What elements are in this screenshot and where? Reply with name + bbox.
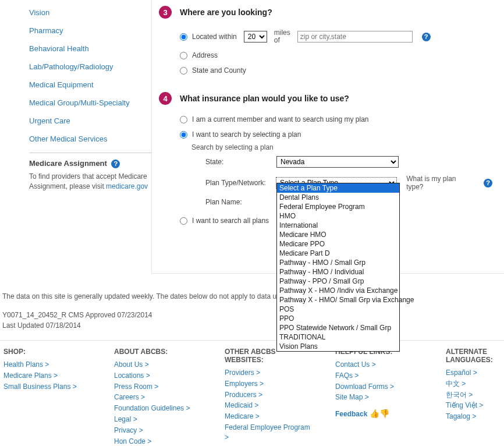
plan-type-option[interactable]: PPO bbox=[277, 314, 399, 323]
footer-link[interactable]: Privacy > bbox=[114, 425, 201, 436]
footer-col-lang: ALTERNATE LANGUAGES: Español >中文 >한국어 >T… bbox=[446, 348, 504, 446]
footer-link[interactable]: Health Plans > bbox=[3, 359, 91, 370]
footer-link[interactable]: Download Forms > bbox=[335, 381, 423, 392]
footer-col-about: ABOUT ABCBS: About Us >Locations >Press … bbox=[114, 348, 201, 446]
footer-link[interactable]: Locations > bbox=[114, 370, 201, 381]
footer-col-other: OTHER ABCBS WEBSITES: Providers >Employe… bbox=[225, 348, 312, 446]
plan-type-option[interactable]: International bbox=[277, 221, 399, 230]
footer-heading: SHOP: bbox=[3, 348, 91, 356]
sidebar-link[interactable]: Pharmacy bbox=[29, 22, 151, 40]
feedback-link[interactable]: Feedback 👍👎 bbox=[335, 408, 423, 420]
footer-link[interactable]: Hon Code > bbox=[114, 436, 201, 446]
state-select[interactable]: Nevada bbox=[276, 156, 399, 168]
plan-type-option[interactable]: Select a Plan Type bbox=[277, 183, 399, 193]
footer-link[interactable]: Medicaid > bbox=[225, 400, 312, 411]
radio-state-county[interactable] bbox=[180, 67, 187, 75]
sidebar-link[interactable]: Behavioral Health bbox=[29, 40, 151, 58]
label-search-all: I want to search all plans bbox=[192, 217, 269, 225]
plan-type-option[interactable]: HMO bbox=[277, 211, 399, 221]
footer-link[interactable]: Contact Us > bbox=[335, 359, 423, 370]
plan-type-option[interactable]: Pathway - HMO / Individual bbox=[277, 267, 399, 277]
footer-link[interactable]: Foundation Guidelines > bbox=[114, 403, 201, 414]
plan-type-option[interactable]: Vision Plans bbox=[277, 342, 399, 351]
disclaimer: The data on this site is generally updat… bbox=[0, 274, 504, 334]
plan-type-option[interactable]: POS bbox=[277, 305, 399, 314]
footer-link[interactable]: Providers > bbox=[225, 367, 312, 378]
footer-link[interactable]: Press Room > bbox=[114, 381, 201, 392]
footer-link[interactable]: Español > bbox=[446, 367, 504, 378]
label-plan-name: Plan Name: bbox=[205, 198, 269, 206]
footer-link[interactable]: Site Map > bbox=[335, 392, 423, 403]
plan-type-option[interactable]: Medicare PPO bbox=[277, 239, 399, 249]
zip-input[interactable] bbox=[297, 31, 413, 43]
help-icon[interactable]: ? bbox=[484, 179, 492, 187]
footer-link[interactable]: 中文 > bbox=[446, 378, 504, 390]
medicare-assignment-text: To find providers that accept Medicare A… bbox=[29, 172, 151, 190]
plan-type-option[interactable]: Medicare HMO bbox=[277, 230, 399, 239]
thumbs-down-icon: 👎 bbox=[379, 408, 389, 420]
label-address: Address bbox=[192, 51, 218, 59]
footer-link[interactable]: About Us > bbox=[114, 359, 201, 370]
footer-link[interactable]: 한국어 > bbox=[446, 390, 504, 401]
distance-select[interactable]: 20 bbox=[244, 31, 267, 43]
footer-link[interactable]: Tiếng Việt > bbox=[446, 400, 504, 411]
feedback-label: Feedback bbox=[335, 410, 367, 418]
sidebar-link[interactable]: Other Medical Services bbox=[29, 130, 151, 148]
sidebar-link[interactable]: Lab/Pathology/Radiology bbox=[29, 58, 151, 76]
label-plan-help: What is my plan type? bbox=[406, 175, 474, 191]
footer-heading: ABOUT ABCBS: bbox=[114, 348, 201, 356]
sidebar-link[interactable]: Medical Group/Multi-Specialty bbox=[29, 94, 151, 112]
radio-search-all[interactable] bbox=[180, 217, 187, 225]
label-located-within: Located within bbox=[192, 33, 237, 41]
sidebar-link[interactable]: Medical Equipment bbox=[29, 76, 151, 94]
plan-type-option[interactable]: Pathway - PPO / Small Grp bbox=[277, 277, 399, 286]
footer-link[interactable]: Medicare Plans > bbox=[3, 370, 91, 381]
radio-located-within[interactable] bbox=[180, 33, 187, 41]
plan-type-option[interactable]: Federal Employee Program bbox=[277, 202, 399, 211]
footer-heading: ALTERNATE LANGUAGES: bbox=[446, 348, 504, 364]
sidebar-link[interactable]: Vision bbox=[29, 3, 151, 22]
medicare-assignment-title: Medicare Assignment bbox=[29, 159, 107, 168]
footer-link[interactable]: Producers > bbox=[225, 390, 312, 401]
plan-type-option[interactable]: PPO Statewide Network / Small Grp bbox=[277, 323, 399, 332]
step-3-badge: 3 bbox=[159, 6, 172, 19]
divider bbox=[29, 153, 151, 153]
footer-link[interactable]: Employers > bbox=[225, 378, 312, 390]
main-form: 3 Where are you looking? Located within … bbox=[151, 0, 504, 274]
help-icon[interactable]: ? bbox=[422, 33, 431, 41]
footer-link[interactable]: Legal > bbox=[114, 414, 201, 425]
radio-select-plan[interactable] bbox=[180, 131, 187, 139]
sidebar: VisionPharmacyBehavioral HealthLab/Patho… bbox=[0, 0, 151, 191]
footer-col-help: HELPFUL LINKS: Contact Us >FAQs >Downloa… bbox=[335, 348, 423, 446]
plan-type-option[interactable]: Pathway X - HMO /Indiv via Exchange bbox=[277, 286, 399, 295]
label-state-county: State and County bbox=[192, 66, 246, 75]
radio-current-member[interactable] bbox=[180, 116, 187, 123]
footer-col-shop: SHOP: Health Plans >Medicare Plans >Smal… bbox=[3, 348, 91, 446]
radio-address[interactable] bbox=[180, 52, 187, 59]
medicare-gov-link[interactable]: medicare.gov bbox=[106, 182, 148, 190]
label-select-plan: I want to search by selecting a plan bbox=[192, 130, 301, 139]
plan-type-dropdown[interactable]: Select a Plan TypeDental PlansFederal Em… bbox=[276, 183, 400, 352]
plan-type-option[interactable]: Medicare Part D bbox=[277, 249, 399, 258]
footer-link[interactable]: Medicare > bbox=[225, 411, 312, 422]
disclaimer-line: Y0071_14_20452_R CMS Approved 07/23/2014 bbox=[2, 310, 504, 320]
footer-link[interactable]: Careers > bbox=[114, 392, 201, 403]
thumbs-up-icon: 👍 bbox=[370, 408, 379, 420]
footer-link[interactable]: Tagalog > bbox=[446, 411, 504, 422]
plan-type-option[interactable]: Pathway - HMO / Small Grp bbox=[277, 258, 399, 267]
disclaimer-line: The data on this site is generally updat… bbox=[2, 291, 504, 302]
label-current-member: I am a current member and want to search… bbox=[192, 115, 368, 123]
footer-link[interactable]: Federal Employee Program > bbox=[225, 422, 312, 443]
plan-type-option[interactable]: Pathway X - HMO/ Small Grp via Exchange bbox=[277, 295, 399, 305]
sidebar-link[interactable]: Urgent Care bbox=[29, 112, 151, 130]
label-search-by: Search by selecting a plan bbox=[191, 142, 492, 153]
step-3-title: Where are you looking? bbox=[180, 8, 272, 17]
plan-type-option[interactable]: Dental Plans bbox=[277, 193, 399, 202]
footer-link[interactable]: FAQs > bbox=[335, 370, 423, 381]
help-icon[interactable]: ? bbox=[111, 160, 120, 168]
step-4-badge: 4 bbox=[159, 92, 172, 105]
plan-type-option[interactable]: TRADITIONAL bbox=[277, 332, 399, 342]
label-state: State: bbox=[205, 158, 269, 166]
footer-link[interactable]: Small Business Plans > bbox=[3, 381, 91, 392]
step-4-title: What insurance plan would you like to us… bbox=[180, 94, 349, 103]
